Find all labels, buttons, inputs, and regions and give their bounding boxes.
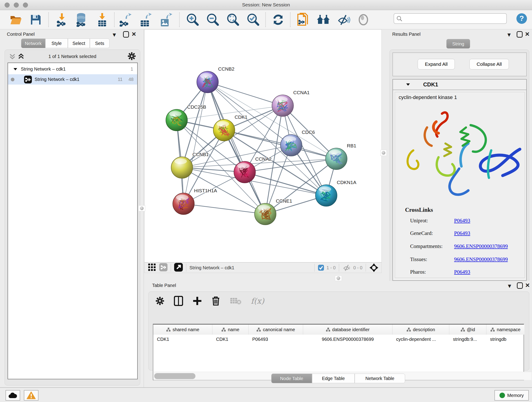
cell-namespace[interactable]: stringdb <box>486 335 525 344</box>
network-view-share-button[interactable] <box>159 263 167 272</box>
first-neighbors-button[interactable] <box>316 12 331 27</box>
network-tab-panel: 1 of 1 Network selected String Network –… <box>5 50 140 385</box>
crosslink-genecard-link[interactable]: P06493 <box>454 230 470 236</box>
network-collection-row[interactable]: String Network – cdk1 1 <box>8 64 137 74</box>
edge-CCNB2-CCNA1[interactable] <box>208 82 283 106</box>
zoom-selected-icon <box>246 13 260 26</box>
open-session-button[interactable] <box>8 12 24 27</box>
string-document-button[interactable] <box>295 12 311 27</box>
refresh-button[interactable] <box>270 12 286 27</box>
cloud-status-button[interactable] <box>6 390 20 401</box>
float-panel-icon[interactable]: ▼ <box>507 283 512 289</box>
grid-view-button[interactable] <box>148 263 156 272</box>
hide-selected-button[interactable] <box>336 12 351 27</box>
edge-CCNB2-CCNE1[interactable] <box>208 82 265 214</box>
crosslink-compartments-link[interactable]: 9606.ENSP00000378699 <box>454 243 508 249</box>
network-graph[interactable]: CCNB2CCNA1CDC25BCDK1CDC6RB1CCNB1CCNA2CDK… <box>145 30 382 263</box>
column-header-description[interactable]: description <box>393 325 449 335</box>
close-panel-icon[interactable]: × <box>525 282 530 288</box>
cell-id[interactable]: stringdb:9... <box>449 335 486 344</box>
add-column-icon[interactable] <box>193 296 202 306</box>
column-header-name[interactable]: name <box>212 325 249 335</box>
delete-column-icon[interactable] <box>211 296 220 306</box>
network-canvas[interactable]: CCNB2CCNA1CDC25BCDK1CDC6RB1CCNB1CCNA2CDK… <box>144 29 382 262</box>
search-input[interactable] <box>402 16 501 21</box>
zoom-out-button[interactable] <box>205 12 220 27</box>
cell-name[interactable]: CDK1 <box>212 335 249 344</box>
hidden-eye-slash-icon <box>342 264 351 271</box>
detach-view-button[interactable] <box>174 263 183 273</box>
warning-status-button[interactable] <box>24 390 38 401</box>
float-panel-icon[interactable]: ▼ <box>112 32 117 38</box>
right-splitter-handle[interactable] <box>380 150 387 156</box>
selected-checkbox-icon[interactable] <box>318 264 324 271</box>
gene-collapse-icon[interactable] <box>406 83 410 86</box>
network-row[interactable]: String Network – cdk1 11 48 <box>8 74 137 85</box>
import-network-file-button[interactable] <box>54 12 70 27</box>
column-header-namespace[interactable]: namespace <box>486 325 525 335</box>
collection-count: 1 <box>131 66 133 72</box>
expand-all-button[interactable]: Expand All <box>418 59 455 70</box>
import-network-database-button[interactable] <box>73 12 89 27</box>
edge-CDK1-RB1[interactable] <box>224 130 336 159</box>
export-table-icon <box>139 13 152 27</box>
tab-node-table[interactable]: Node Table <box>271 374 312 383</box>
zoom-fit-button[interactable] <box>225 12 241 27</box>
network-options-gear-icon[interactable] <box>128 52 136 61</box>
fit-content-crosshair-icon[interactable] <box>369 263 379 273</box>
crosslink-tissues-link[interactable]: 9606.ENSP00000378699 <box>454 256 508 262</box>
close-panel-icon[interactable]: × <box>132 31 136 37</box>
scrollbar-thumb[interactable] <box>154 373 196 379</box>
show-hidden-button[interactable] <box>355 12 371 27</box>
zoom-in-button[interactable] <box>185 12 200 27</box>
crosslink-uniprot-link[interactable]: P06493 <box>454 218 470 224</box>
tab-sets[interactable]: Sets <box>90 38 109 48</box>
cell-shared-name[interactable]: CDK1 <box>153 335 212 344</box>
table-options-gear-icon[interactable] <box>156 297 164 305</box>
node-HIST1H1A[interactable]: HIST1H1A <box>173 188 217 215</box>
tab-network[interactable]: Network <box>21 38 45 48</box>
zoom-selected-button[interactable] <box>245 12 261 27</box>
maximize-panel-icon[interactable] <box>517 282 523 289</box>
edge-CCNB2-HIST1H1A[interactable] <box>184 82 208 204</box>
show-columns-icon[interactable] <box>174 296 183 306</box>
save-session-button[interactable] <box>28 12 44 27</box>
tab-network-table[interactable]: Network Table <box>355 374 405 383</box>
cell-description[interactable]: cyclin-dependent ... <box>393 335 449 344</box>
column-header-shared-name[interactable]: shared name <box>153 325 212 335</box>
crosslink-pharos-link[interactable]: P06493 <box>454 269 470 275</box>
memory-button[interactable]: Memory <box>494 390 529 401</box>
tab-string[interactable]: String <box>446 39 470 49</box>
import-table-file-button[interactable] <box>94 12 110 27</box>
bottom-splitter-handle[interactable] <box>335 275 342 281</box>
tab-edge-table[interactable]: Edge Table <box>312 374 355 383</box>
tab-select[interactable]: Select <box>68 38 90 48</box>
column-header-database-identifier[interactable]: database identifier <box>303 325 393 335</box>
cell-database-identifier[interactable]: 9606.ENSP00000378699 <box>303 335 393 344</box>
help-button[interactable]: ? <box>516 13 527 25</box>
node-CDKN1A[interactable]: CDKN1A <box>316 180 356 206</box>
cell-canonical-name[interactable]: P06493 <box>249 335 303 344</box>
collapse-all-button[interactable]: Collapse All <box>469 59 509 70</box>
gene-header[interactable]: CDK1 <box>393 80 526 90</box>
tab-style[interactable]: Style <box>45 38 68 48</box>
network-selection-status: 1 of 1 Network selected <box>5 54 140 59</box>
node-CCNB1[interactable]: CCNB1 <box>171 152 209 178</box>
maximize-panel-icon[interactable] <box>517 31 523 38</box>
collection-expand-icon[interactable] <box>13 67 18 71</box>
node-RB1[interactable]: RB1 <box>326 143 356 170</box>
control-panel-title: Control Panel <box>7 32 35 37</box>
network-node-count: 11 <box>118 77 123 82</box>
column-header-canonical-name[interactable]: canonical name <box>249 325 303 335</box>
edge-HIST1H1A-CCNE1[interactable] <box>184 204 265 214</box>
export-table-button[interactable] <box>138 12 153 27</box>
column-header-id[interactable]: @id <box>449 325 486 335</box>
export-network-button[interactable] <box>118 12 133 27</box>
maximize-panel-icon[interactable] <box>123 31 129 38</box>
node-CCNA1[interactable]: CCNA1 <box>272 90 310 116</box>
left-splitter-handle[interactable] <box>138 205 145 211</box>
close-panel-icon[interactable]: × <box>525 31 530 37</box>
export-image-button[interactable] <box>158 12 174 27</box>
float-panel-icon[interactable]: ▼ <box>506 32 512 38</box>
node-CDK1[interactable]: CDK1 <box>213 114 247 141</box>
